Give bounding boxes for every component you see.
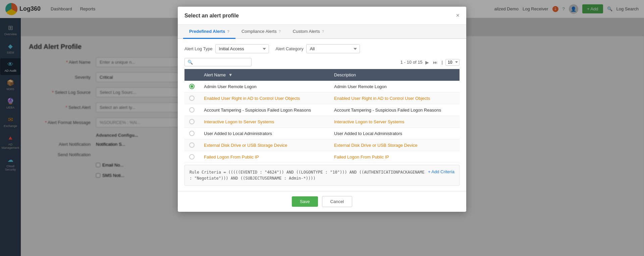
- alert-description-cell: User Added to Local Administrators: [329, 128, 460, 139]
- tab-custom-label: Custom Alerts: [293, 29, 320, 34]
- pagination-next-btn[interactable]: ▶: [424, 59, 430, 66]
- alert-description-cell: Enabled User Right in AD to Control User…: [329, 92, 460, 104]
- radio-button[interactable]: [189, 119, 195, 124]
- tab-compliance-alerts[interactable]: Compliance Alerts ?: [235, 25, 287, 39]
- modal-tabs: Predefined Alerts ? Compliance Alerts ? …: [178, 25, 466, 39]
- alert-name-text: User Added to Local Administrators: [204, 131, 272, 136]
- log-type-select[interactable]: Initial Access Execution Persistence: [215, 44, 269, 53]
- tab-predefined-alerts[interactable]: Predefined Alerts ?: [183, 25, 235, 39]
- alert-description-text: Account Tampering - Suspicious Failed Lo…: [334, 108, 441, 113]
- table-header: Alert Name ▼ Description: [184, 69, 460, 81]
- alert-description-cell: Account Tampering - Suspicious Failed Lo…: [329, 104, 460, 116]
- alert-name-cell[interactable]: External Disk Drive or USB Storage Devic…: [199, 139, 329, 151]
- custom-help-icon[interactable]: ?: [322, 29, 324, 34]
- alert-description-text: Interactive Logon to Server Systems: [334, 119, 405, 124]
- alert-name-text: Account Tampering - Suspicious Failed Lo…: [204, 108, 311, 113]
- radio-button[interactable]: [189, 95, 195, 101]
- criteria-box: Rule Criteria = (((((EVENTID : "4624")) …: [184, 165, 460, 186]
- alert-table-body: Admin User Remote LogonAdmin User Remote…: [184, 81, 460, 163]
- modal-close-button[interactable]: ×: [456, 12, 460, 19]
- alert-description-text: Admin User Remote Logon: [334, 84, 387, 89]
- page-size-select[interactable]: 10 25 50: [445, 59, 460, 66]
- alert-description-cell: Admin User Remote Logon: [329, 81, 460, 92]
- col-select: [184, 69, 199, 81]
- search-input[interactable]: [194, 60, 249, 65]
- radio-button[interactable]: [189, 107, 195, 113]
- alert-table-container: Alert Name ▼ Description Admin User Remo…: [184, 69, 460, 163]
- modal-title: Select an alert profile: [184, 13, 239, 19]
- filter-row: Alert Log Type Initial Access Execution …: [184, 44, 460, 53]
- alert-name-text[interactable]: Interactive Logon to Server Systems: [204, 119, 274, 124]
- tab-predefined-label: Predefined Alerts: [189, 29, 225, 34]
- category-label: Alert Category: [276, 46, 304, 51]
- tab-compliance-label: Compliance Alerts: [241, 29, 277, 34]
- pagination-range: 1 - 10 of 15: [400, 60, 423, 65]
- alert-name-cell[interactable]: Account Tampering - Suspicious Failed Lo…: [199, 104, 329, 116]
- alert-profile-modal: Select an alert profile × Predefined Ale…: [178, 7, 466, 212]
- alert-name-cell[interactable]: Enabled User Right in AD to Control User…: [199, 92, 329, 104]
- sort-arrow-icon: ▼: [228, 72, 233, 77]
- alert-name-text[interactable]: Failed Logon From Public IP: [204, 154, 259, 159]
- alert-name-text[interactable]: External Disk Drive or USB Storage Devic…: [204, 143, 287, 148]
- alert-name-cell[interactable]: Failed Logon From Public IP: [199, 151, 329, 163]
- alert-name-cell[interactable]: User Added to Local Administrators: [199, 128, 329, 139]
- criteria-text: Rule Criteria = (((((EVENTID : "4624")) …: [190, 169, 425, 181]
- modal-overlay: Select an alert profile × Predefined Ale…: [0, 0, 644, 256]
- modal-body: Alert Log Type Initial Access Execution …: [178, 39, 466, 191]
- alert-description-cell: External Disk Drive or USB Storage Devic…: [329, 139, 460, 151]
- alert-description-cell: Interactive Logon to Server Systems: [329, 116, 460, 128]
- alert-name-cell[interactable]: Interactive Logon to Server Systems: [199, 116, 329, 128]
- alert-description-text: External Disk Drive or USB Storage Devic…: [334, 143, 418, 148]
- pagination-last-btn[interactable]: ⏭: [432, 59, 439, 66]
- radio-cell: [184, 151, 199, 163]
- col-alert-name[interactable]: Alert Name ▼: [199, 69, 329, 81]
- alert-name-text: Admin User Remote Logon: [204, 84, 257, 89]
- col-alert-name-label: Alert Name: [204, 72, 226, 77]
- save-button[interactable]: Save: [292, 196, 318, 207]
- compliance-help-icon[interactable]: ?: [279, 29, 281, 34]
- log-type-label: Alert Log Type: [184, 46, 213, 51]
- pagination: 1 - 10 of 15 ▶ ⏭ | 10 25 50: [400, 59, 460, 66]
- radio-cell: [184, 104, 199, 116]
- table-row[interactable]: External Disk Drive or USB Storage Devic…: [184, 139, 460, 151]
- predefined-help-icon[interactable]: ?: [227, 29, 229, 34]
- tab-custom-alerts[interactable]: Custom Alerts ?: [287, 25, 330, 39]
- table-row[interactable]: Enabled User Right in AD to Control User…: [184, 92, 460, 104]
- alert-name-text[interactable]: Enabled User Right in AD to Control User…: [204, 96, 300, 101]
- modal-header: Select an alert profile ×: [178, 7, 466, 25]
- alert-description-text: Enabled User Right in AD to Control User…: [334, 96, 430, 101]
- alert-description-cell: Failed Logon From Public IP: [329, 151, 460, 163]
- alert-name-cell[interactable]: Admin User Remote Logon: [199, 81, 329, 92]
- radio-cell: [184, 116, 199, 128]
- category-filter-group: Alert Category All Low Medium High Criti…: [276, 44, 360, 53]
- table-row[interactable]: Admin User Remote LogonAdmin User Remote…: [184, 81, 460, 92]
- radio-cell: [184, 139, 199, 151]
- pagination-separator: |: [442, 60, 443, 65]
- table-row[interactable]: Interactive Logon to Server SystemsInter…: [184, 116, 460, 128]
- add-criteria-button[interactable]: + Add Criteria: [428, 169, 454, 174]
- search-icon: 🔍: [187, 60, 193, 65]
- alert-description-text: Failed Logon From Public IP: [334, 154, 389, 159]
- radio-button[interactable]: [189, 142, 195, 148]
- radio-inner: [191, 85, 193, 88]
- col-description-label: Description: [334, 72, 356, 77]
- log-type-filter-group: Alert Log Type Initial Access Execution …: [184, 44, 269, 53]
- radio-cell: [184, 92, 199, 104]
- radio-cell: [184, 128, 199, 139]
- radio-cell: [184, 81, 199, 92]
- table-row[interactable]: Account Tampering - Suspicious Failed Lo…: [184, 104, 460, 116]
- search-box: 🔍: [184, 58, 252, 66]
- alert-description-text: User Added to Local Administrators: [334, 131, 402, 136]
- radio-button[interactable]: [189, 131, 195, 136]
- modal-footer: Save Cancel: [178, 191, 466, 212]
- col-description: Description: [329, 69, 460, 81]
- cancel-button[interactable]: Cancel: [322, 196, 352, 207]
- table-toolbar: 🔍 1 - 10 of 15 ▶ ⏭ | 10 25 50: [184, 58, 460, 66]
- category-select[interactable]: All Low Medium High Critical: [306, 44, 360, 53]
- table-row[interactable]: Failed Logon From Public IPFailed Logon …: [184, 151, 460, 163]
- radio-button[interactable]: [189, 154, 195, 159]
- alert-table: Alert Name ▼ Description Admin User Remo…: [184, 69, 460, 163]
- table-row[interactable]: User Added to Local AdministratorsUser A…: [184, 128, 460, 139]
- radio-button[interactable]: [189, 84, 195, 89]
